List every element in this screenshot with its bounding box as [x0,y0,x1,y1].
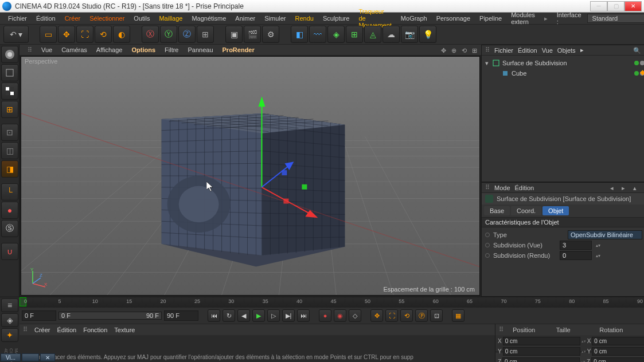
menu-magnétisme[interactable]: Magnétisme [188,14,229,23]
axis-button[interactable]: └ [1,183,18,200]
vp-layout-icon[interactable]: ⊞ [469,46,477,54]
objmenu-objets[interactable]: Objets [557,47,576,54]
vpmenu-grip-icon[interactable]: ⠿ [24,45,36,55]
taskbar-item[interactable]: Vi... [1,353,21,361]
camera-button[interactable]: 📷 [401,26,418,43]
pos-key-button[interactable]: ✥ [370,309,383,322]
vpmenu-panneau[interactable]: Panneau [184,45,216,54]
vp-rotate-icon[interactable]: ⟲ [458,46,466,54]
texture-mode-button[interactable] [1,82,18,100]
prev-key-button[interactable]: ◀ [237,309,250,322]
objmenu-vue[interactable]: Vue [542,47,553,54]
rot-key-button[interactable]: ⟲ [400,309,413,322]
tree-row[interactable]: Cube✓ [484,68,644,78]
taskbar-item[interactable] [22,353,39,361]
menu-personnage[interactable]: Personnage [433,14,474,23]
vpmenu-affichage[interactable]: Affichage [93,45,126,54]
vpmenu-filtre[interactable]: Filtre [161,45,182,54]
attr-select[interactable] [568,230,642,239]
array-button[interactable]: ⊞ [346,26,363,43]
minimize-button[interactable]: ─ [590,1,607,11]
vpmenu-caméras[interactable]: Caméras [58,45,91,54]
attr-input[interactable] [560,241,592,250]
snap-button[interactable]: Ⓢ [1,220,18,237]
size-input[interactable] [591,357,644,362]
objmenu-fichier[interactable]: Fichier [494,47,513,54]
vpmenu-options[interactable]: Options [128,45,159,54]
matmenu-édition[interactable]: Édition [57,326,77,333]
menu-overflow-icon[interactable]: ▸ [541,14,551,23]
attrmenu-mode[interactable]: Mode [494,184,510,191]
environment-button[interactable]: ☁ [383,26,400,43]
menu-créer[interactable]: Créer [61,14,84,23]
z-axis-button[interactable]: Ⓩ [178,26,196,43]
subd-button[interactable]: ◈ [327,26,345,43]
tab-base[interactable]: Base [484,206,510,215]
maximize-button[interactable]: ▢ [607,1,625,11]
menu-rendu[interactable]: Rendu [291,14,317,23]
object-tree[interactable]: ▾Surface de Subdivision✓Cube✓◆⊞ [482,56,644,182]
move-tool[interactable]: ✥ [58,26,75,43]
param-key-button[interactable]: Ⓟ [415,309,428,322]
world-axis-button[interactable]: ⊞ [197,26,214,43]
timeline-ruler[interactable]: 051015202530354045505560657075808590 [19,297,644,308]
tab-coord[interactable]: Coord. [511,206,541,215]
tab-objet[interactable]: Objet [542,206,569,215]
menu-animer[interactable]: Animer [232,14,259,23]
tag-icon[interactable]: ◆ [640,68,644,76]
magnet-button[interactable]: ∪ [1,243,18,260]
goto-end-button[interactable]: ⏭ [297,309,310,322]
objmenu-édition[interactable]: Édition [518,47,537,54]
matmenu-texture[interactable]: Texture [114,326,135,333]
attr-up-icon[interactable]: ▴ [633,184,640,191]
render-view-button[interactable]: ▣ [225,26,243,43]
anim-layer-button[interactable]: ▦ [452,309,465,322]
light-button[interactable]: 💡 [419,26,436,43]
scale-tool[interactable]: ⛶ [76,26,93,43]
y-axis-button[interactable]: Ⓨ [160,26,177,43]
rotate-tool[interactable]: ⟲ [95,26,112,43]
size-input[interactable] [592,337,644,345]
attr-input[interactable] [560,251,592,260]
vp-pan-icon[interactable]: ✥ [438,46,446,54]
matmenu-créer[interactable]: Créer [34,326,50,333]
vpmenu-vue[interactable]: Vue [38,45,56,54]
attrmenu-édition[interactable]: Édition [515,184,534,191]
viewport-solo-button[interactable]: ● [1,202,18,219]
current-frame-input[interactable] [22,310,56,321]
pos-input[interactable] [502,357,580,362]
workplane-button[interactable]: ⊞ [1,101,18,118]
vpmenu-prorender[interactable]: ProRender [219,45,258,54]
viewport[interactable]: Perspective [21,56,480,296]
select-tool[interactable]: ▭ [40,26,57,43]
next-key-button[interactable]: ▷ [267,309,280,322]
end-frame-input[interactable] [164,310,198,321]
play-button[interactable]: ▶ [252,309,265,322]
menu-sélectionner[interactable]: Sélectionner [86,14,128,23]
autokey-button[interactable]: ◉ [334,309,346,322]
scale-key-button[interactable]: ⛶ [385,309,398,322]
menu-simuler[interactable]: Simuler [261,14,289,23]
matmenu-fonction[interactable]: Fonction [83,326,107,333]
menu-maillage[interactable]: Maillage [155,14,186,23]
menu-édition[interactable]: Édition [33,14,59,23]
deformer-button[interactable]: ◬ [364,26,381,43]
layout-select[interactable] [587,14,644,23]
menu-modules extern[interactable]: Modules extern [508,10,538,26]
points-mode-button[interactable]: ⊡ [1,124,18,141]
vp-zoom-icon[interactable]: ⊕ [448,46,456,54]
next-frame-button[interactable]: ▶| [282,309,295,322]
keysel-button[interactable]: ◇ [349,309,361,322]
cube-primitive-button[interactable]: ◧ [291,26,308,43]
render-settings-button[interactable]: ⚙ [262,26,279,43]
render-pv-button[interactable]: 🎬 [244,26,261,43]
spline-button[interactable]: 〰 [309,26,326,43]
range-slider[interactable]: 0 F90 F [58,312,162,320]
pos-input[interactable] [503,337,580,345]
close-button[interactable]: ✕ [625,1,642,11]
loop-button[interactable]: ↻ [223,309,235,322]
pos-input[interactable] [503,347,580,356]
obj-search-icon[interactable]: 🔍 [633,47,640,54]
polys-mode-button[interactable]: ◨ [1,160,18,178]
size-input[interactable] [592,347,644,356]
